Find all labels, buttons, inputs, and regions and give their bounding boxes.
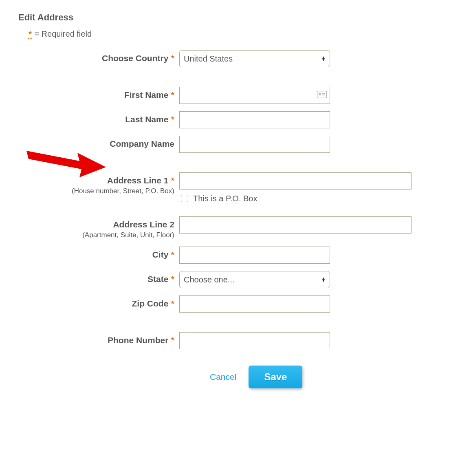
address1-hint: (House number, Street, P.O. Box) <box>18 187 174 195</box>
cancel-link[interactable]: Cancel <box>210 372 236 382</box>
required-field-note: * = Required field <box>28 29 431 39</box>
chevron-updown-icon: ▲▼ <box>321 277 326 282</box>
required-star-icon: * <box>28 29 32 39</box>
first-name-label: First Name <box>124 90 169 99</box>
svg-point-2 <box>319 93 321 95</box>
required-star-icon: * <box>171 176 174 185</box>
country-select-value: United States <box>184 54 233 64</box>
last-name-label: Last Name <box>125 115 168 124</box>
address1-input[interactable] <box>179 172 412 190</box>
state-label: State <box>147 274 168 284</box>
required-star-icon: * <box>171 299 174 308</box>
address2-input[interactable] <box>179 216 412 234</box>
address2-hint: (Apartment, Suite, Unit, Floor) <box>18 231 174 239</box>
city-input[interactable] <box>179 247 330 264</box>
country-label: Choose Country <box>102 53 168 63</box>
company-name-input[interactable] <box>179 136 330 153</box>
company-name-label: Company Name <box>110 139 174 148</box>
state-select[interactable]: Choose one... ▲▼ <box>179 271 330 288</box>
phone-label: Phone Number <box>108 335 168 345</box>
po-box-checkbox[interactable] <box>181 195 188 202</box>
zip-input[interactable] <box>179 295 330 313</box>
first-name-input[interactable] <box>179 87 330 104</box>
zip-label: Zip Code <box>132 299 169 308</box>
required-star-icon: * <box>171 90 174 99</box>
required-star-icon: * <box>171 274 174 284</box>
last-name-input[interactable] <box>179 111 330 128</box>
country-select[interactable]: United States ▲▼ <box>179 50 330 67</box>
required-star-icon: * <box>171 53 174 63</box>
po-box-label: This is a P.O. Box <box>193 194 258 203</box>
page-title: Edit Address <box>18 12 431 23</box>
save-button[interactable]: Save <box>249 366 302 388</box>
chevron-updown-icon: ▲▼ <box>321 56 326 61</box>
state-select-value: Choose one... <box>184 275 235 284</box>
svg-rect-4 <box>322 95 325 95</box>
address1-label: Address Line 1 <box>107 176 169 185</box>
svg-rect-3 <box>322 93 325 94</box>
phone-input[interactable] <box>179 332 330 349</box>
required-star-icon: * <box>171 115 174 124</box>
required-star-icon: * <box>171 335 174 345</box>
required-star-icon: * <box>171 250 174 259</box>
city-label: City <box>152 250 169 259</box>
address2-label: Address Line 2 <box>113 220 174 229</box>
contact-card-icon <box>317 91 327 100</box>
